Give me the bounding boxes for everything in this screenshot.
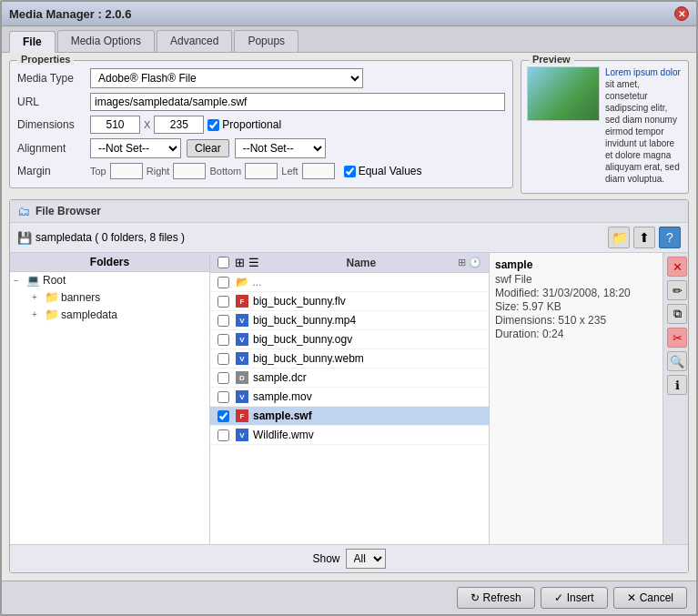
- file-row-ogv[interactable]: V big_buck_bunny.ogv: [210, 330, 489, 349]
- rename-button[interactable]: ✏: [667, 280, 687, 300]
- webm-icon: V: [235, 351, 249, 366]
- list-view-icon[interactable]: ☰: [248, 256, 259, 269]
- mp4-icon: V: [235, 313, 249, 328]
- sampledata-label: sampledata: [61, 308, 117, 321]
- file-row-parent[interactable]: 📂 ...: [210, 273, 489, 292]
- flv-icon: F: [235, 294, 249, 308]
- equal-values-checkbox[interactable]: [344, 166, 356, 177]
- alignment-controls: --Not Set-- Clear --Not Set--: [90, 138, 326, 158]
- folders-panel: Folders − 💻 Root + 📁 banners + 📁 s: [10, 253, 210, 544]
- margin-controls: Top Right Bottom Left Equal Values: [90, 163, 421, 179]
- refresh-button[interactable]: ↻ Refresh: [457, 587, 535, 609]
- cancel-button[interactable]: ✕ Cancel: [613, 587, 687, 609]
- grid-view-icon[interactable]: ⊞: [235, 256, 245, 269]
- select-all-checkbox[interactable]: [217, 257, 229, 268]
- media-type-select[interactable]: Adobe® Flash® File: [90, 68, 363, 88]
- equal-values-text: Equal Values: [359, 165, 422, 177]
- folder-info-bar: 💾 sampledata ( 0 folders, 8 files ) 📁 ⬆ …: [10, 223, 688, 253]
- dimensions-row: Dimensions X Proportional: [17, 116, 505, 134]
- delete-button[interactable]: ✕: [667, 257, 687, 277]
- wmv-icon: V: [235, 428, 249, 442]
- dimensions-label: Dimensions: [17, 118, 90, 131]
- preview-text: Lorem ipsum dolor sit amet, consetetur s…: [605, 66, 683, 185]
- file-checkbox-parent[interactable]: [217, 277, 229, 288]
- upload-button[interactable]: ⬆: [633, 227, 655, 248]
- preview-title: Preview: [529, 54, 574, 65]
- file-row-flv[interactable]: F big_buck_bunny.flv: [210, 292, 489, 311]
- tree-item-banners[interactable]: + 📁 banners: [10, 288, 209, 306]
- alignment-select-2[interactable]: --Not Set--: [235, 138, 326, 158]
- preview-section: Preview Lorem ipsum dolor sit amet, cons…: [521, 60, 689, 194]
- file-checkbox-swf[interactable]: [217, 410, 229, 422]
- show-select[interactable]: All: [346, 549, 386, 569]
- file-browser-icon: 🗂: [17, 204, 30, 218]
- properties-section: Properties Media Type Adobe® Flash® File…: [9, 60, 513, 188]
- file-checkbox-flv[interactable]: [217, 296, 229, 308]
- file-name-flv: big_buck_bunny.flv: [253, 295, 346, 308]
- file-row-swf[interactable]: F sample.swf: [210, 407, 489, 426]
- expand-banners: +: [32, 292, 45, 302]
- file-checkbox-mov[interactable]: [217, 391, 229, 403]
- margin-bottom-input[interactable]: [245, 163, 278, 179]
- bottom-bar: ↻ Refresh ✓ Insert ✕ Cancel: [2, 581, 696, 614]
- preview-body: sit amet, consetetur sadipscing elitr, s…: [605, 79, 680, 184]
- right-label: Right: [147, 166, 170, 177]
- proportional-checkbox[interactable]: [207, 119, 219, 131]
- width-input[interactable]: [90, 116, 140, 134]
- expand-sampledata: +: [32, 309, 45, 319]
- height-input[interactable]: [154, 116, 204, 134]
- details-panel: sample swf File Modified: 31/03/2008, 18…: [490, 253, 663, 544]
- tree-item-sampledata[interactable]: + 📁 sampledata: [10, 306, 209, 323]
- tab-popups[interactable]: Popups: [234, 30, 298, 52]
- zoom-button[interactable]: 🔍: [667, 351, 687, 371]
- url-value: [90, 93, 505, 111]
- help-button[interactable]: ?: [659, 227, 681, 248]
- new-folder-button[interactable]: 📁: [608, 227, 630, 248]
- preview-highlight: Lorem ipsum dolor: [605, 67, 681, 77]
- close-button[interactable]: ✕: [674, 6, 689, 21]
- cut-button[interactable]: ✂: [667, 328, 687, 348]
- margin-right-input[interactable]: [173, 163, 206, 179]
- media-type-value: Adobe® Flash® File: [90, 68, 505, 88]
- file-row-mov[interactable]: V sample.mov: [210, 388, 489, 407]
- file-checkbox-wmv[interactable]: [217, 429, 229, 441]
- banners-label: banners: [61, 291, 100, 304]
- clear-button[interactable]: Clear: [187, 139, 229, 157]
- file-row-mp4[interactable]: V big_buck_bunny.mp4: [210, 311, 489, 330]
- media-type-row: Media Type Adobe® Flash® File: [17, 68, 505, 88]
- file-name-swf: sample.swf: [253, 409, 312, 422]
- url-row: URL: [17, 93, 505, 111]
- info-button[interactable]: ℹ: [667, 375, 687, 395]
- details-size: Size: 5.97 KB: [495, 300, 657, 313]
- file-checkbox-mp4[interactable]: [217, 315, 229, 327]
- tab-advanced[interactable]: Advanced: [157, 30, 232, 52]
- alignment-select-1[interactable]: --Not Set--: [90, 138, 181, 158]
- bottom-label: Bottom: [209, 166, 241, 177]
- media-manager-window: Media Manager : 2.0.6 ✕ File Media Optio…: [0, 0, 698, 616]
- tab-media-options[interactable]: Media Options: [57, 30, 155, 52]
- alignment-row: Alignment --Not Set-- Clear --Not Set--: [17, 138, 505, 158]
- url-input[interactable]: [90, 93, 505, 111]
- folders-header: Folders: [10, 253, 209, 272]
- margin-top-input[interactable]: [110, 163, 143, 179]
- file-row-wmv[interactable]: V Wildlife.wmv: [210, 426, 489, 445]
- tab-bar: File Media Options Advanced Popups: [2, 26, 696, 53]
- file-checkbox-webm[interactable]: [217, 353, 229, 365]
- preview-image: [527, 66, 600, 121]
- tab-file[interactable]: File: [9, 31, 56, 53]
- file-row-dcr[interactable]: D sample.dcr: [210, 369, 489, 388]
- insert-button[interactable]: ✓ Insert: [541, 587, 608, 609]
- details-duration: Duration: 0:24: [495, 328, 657, 340]
- file-name-webm: big_buck_bunny.webm: [253, 352, 364, 365]
- tree-item-root[interactable]: − 💻 Root: [10, 272, 209, 288]
- expand-root: −: [14, 276, 26, 286]
- copy-button[interactable]: ⧉: [667, 304, 687, 324]
- margin-left-input[interactable]: [302, 163, 335, 179]
- file-checkbox-ogv[interactable]: [217, 334, 229, 346]
- file-browser-section: 🗂 File Browser 💾 sampledata ( 0 folders,…: [9, 199, 689, 573]
- refresh-label: Refresh: [483, 591, 521, 604]
- file-name-dcr: sample.dcr: [253, 371, 307, 384]
- file-checkbox-dcr[interactable]: [217, 372, 229, 384]
- file-row-webm[interactable]: V big_buck_bunny.webm: [210, 349, 489, 369]
- window-title: Media Manager : 2.0.6: [9, 7, 131, 21]
